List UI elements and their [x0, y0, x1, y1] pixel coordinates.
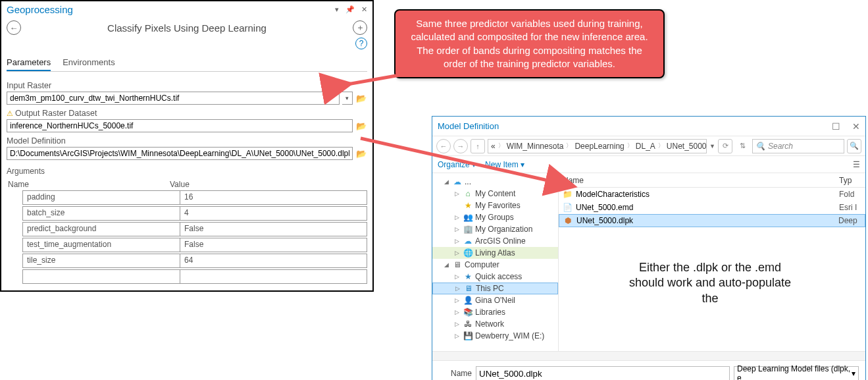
tree-network[interactable]: ▷🖧Network	[432, 318, 558, 330]
dialog-maximize-icon[interactable]: ☐	[832, 121, 840, 132]
tree-user[interactable]: ▷👤Gina O'Neil	[432, 294, 558, 306]
file-type-filter[interactable]: Deep Learning Model files (dlpk, e▾	[734, 366, 859, 380]
sort-icon[interactable]: ⇅	[735, 139, 750, 153]
dialog-title: Model Definition	[438, 121, 832, 131]
dialog-close-icon[interactable]: ✕	[852, 121, 860, 132]
tree-this-pc[interactable]: ▷🖥This PC	[432, 283, 558, 294]
arg-name[interactable]: tile_size	[22, 254, 180, 268]
arg-name[interactable]: padding	[22, 190, 180, 205]
file-row[interactable]: 📄 UNet_5000.emd Esri I	[559, 201, 865, 214]
arg-name[interactable]: batch_size	[22, 206, 180, 221]
tab-environments[interactable]: Environments	[63, 55, 115, 71]
arguments-label: Arguments	[7, 167, 367, 176]
file-list: Name Typ 📁 ModelCharacteristics Fold 📄 U…	[559, 173, 865, 351]
arg-name[interactable]: test_time_augmentation	[22, 238, 180, 252]
horizontal-scrollbar[interactable]	[432, 351, 865, 360]
args-col-value: Value	[170, 180, 367, 189]
file-row[interactable]: 📁 ModelCharacteristics Fold	[559, 188, 865, 201]
tree-quick-access[interactable]: ▷★Quick access	[432, 271, 558, 283]
output-raster-label: Output Raster Dataset	[7, 109, 367, 118]
tree-computer[interactable]: ◢🖥Computer	[432, 259, 558, 271]
arg-row	[7, 269, 367, 284]
output-raster-field[interactable]	[7, 119, 353, 132]
arg-row: predict_background False	[7, 222, 367, 236]
dlpk-icon: ⬢	[563, 216, 573, 225]
arg-value[interactable]: 64	[180, 254, 367, 268]
tree-libraries[interactable]: ▷📚Libraries	[432, 306, 558, 318]
arg-row: tile_size 64	[7, 254, 367, 268]
add-button[interactable]: ＋	[353, 20, 367, 35]
model-definition-field[interactable]	[7, 147, 353, 160]
tool-tabs: Parameters Environments	[7, 55, 367, 72]
arg-name[interactable]: predict_background	[22, 222, 180, 236]
pane-pin-icon[interactable]: 📌	[345, 5, 355, 14]
arg-row: padding 16	[7, 190, 367, 205]
geoprocessing-pane: Geoprocessing ▾ 📌 ✕ ← Classify Pixels Us…	[0, 0, 374, 292]
output-raster-browse-icon[interactable]: 📂	[355, 120, 367, 132]
model-definition-label: Model Definition	[7, 136, 367, 146]
file-col-name[interactable]: Name	[559, 176, 839, 185]
arg-name[interactable]	[22, 269, 180, 284]
arg-value[interactable]	[180, 269, 367, 284]
help-icon[interactable]: ?	[355, 38, 367, 49]
arg-value[interactable]: 4	[180, 206, 367, 221]
tree-my-groups[interactable]: ▷👥My Groups	[432, 211, 558, 223]
name-field[interactable]	[476, 366, 730, 380]
pane-close-icon[interactable]: ✕	[361, 5, 367, 14]
arg-value[interactable]: 16	[180, 190, 367, 205]
name-label: Name	[439, 369, 472, 378]
arg-value[interactable]: False	[180, 222, 367, 236]
arg-row: test_time_augmentation False	[7, 238, 367, 252]
nav-refresh-button[interactable]: ⟳	[718, 139, 732, 153]
tree-arcgis-online[interactable]: ▷☁ArcGIS Online	[432, 235, 558, 247]
pane-title: Geoprocessing	[7, 4, 330, 15]
search-icon: 🔍	[755, 142, 765, 151]
arg-row: batch_size 4	[7, 206, 367, 221]
tree-drive[interactable]: ▷💾Dewberry_WIM (E:)	[432, 330, 558, 342]
file-row[interactable]: ⬢ UNet_5000.dlpk Deep	[559, 214, 865, 227]
back-button[interactable]: ←	[7, 20, 21, 35]
arg-value[interactable]: False	[180, 238, 367, 252]
arrow-to-input-raster	[342, 72, 421, 95]
pane-dropdown-icon[interactable]: ▾	[335, 5, 339, 14]
pane-window-controls: ▾ 📌 ✕	[335, 5, 367, 14]
tree-my-organization[interactable]: ▷🏢My Organization	[432, 223, 558, 235]
tab-parameters[interactable]: Parameters	[7, 55, 51, 71]
annotation-dlpk-emd: Either the .dlpk or the .emd should work…	[625, 260, 796, 306]
tool-title: Classify Pixels Using Deep Learning	[21, 22, 353, 34]
search-go-button[interactable]: 🔍	[847, 139, 861, 153]
search-input[interactable]: 🔍 Search	[752, 139, 844, 153]
args-col-name: Name	[7, 180, 170, 189]
annotation-callout: Same three predictor variables used duri…	[394, 9, 665, 78]
file-col-type[interactable]: Typ	[839, 176, 865, 185]
svg-line-1	[347, 72, 415, 84]
arrow-to-dlpk	[361, 133, 584, 202]
input-raster-label: Input Raster	[7, 81, 367, 90]
file-icon: 📄	[563, 203, 572, 212]
view-icon[interactable]: ☰	[853, 160, 860, 169]
tree-living-atlas[interactable]: ▷🌐Living Atlas	[432, 247, 558, 259]
svg-line-3	[361, 138, 571, 186]
input-raster-field[interactable]	[7, 92, 340, 105]
